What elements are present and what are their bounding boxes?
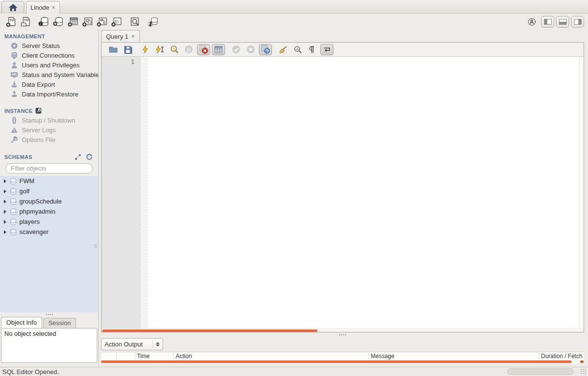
commit-button[interactable] [229, 44, 243, 55]
home-tab[interactable] [1, 1, 24, 14]
execute-all-button[interactable] [138, 44, 152, 55]
expander-icon[interactable] [2, 199, 7, 204]
schema-row-phpmyadmin[interactable]: phpmyadmin [0, 206, 98, 217]
save-script-icon [124, 46, 132, 54]
line-number-gutter: 1 [102, 57, 141, 329]
commit-icon [232, 45, 241, 54]
info-panel-tabs: Object Info Session [0, 316, 98, 328]
sql-text-area[interactable] [148, 57, 579, 329]
reconnect-dbms-button[interactable] [146, 16, 161, 28]
create-procedure-button[interactable] [95, 16, 109, 28]
mysql-workbench-window: Linode × SQL SQL i [0, 0, 588, 376]
sidebar-item-client-connections[interactable]: Client Connections [0, 50, 98, 60]
resize-grip[interactable] [580, 369, 587, 375]
scrollbar-thumb[interactable] [102, 329, 317, 332]
scrollbar-thumb[interactable] [101, 360, 572, 363]
find-in-script-button[interactable]: A [290, 44, 305, 55]
new-query-tab-button[interactable]: SQL [4, 16, 18, 28]
right-panel-icon [574, 19, 582, 25]
toggle-word-wrap-button[interactable] [320, 44, 333, 55]
execute-current-button[interactable] [152, 44, 167, 55]
refresh-schemas-icon[interactable] [86, 154, 92, 160]
execute-current-icon [155, 45, 164, 54]
administration-button[interactable] [525, 16, 539, 28]
close-icon[interactable]: × [131, 33, 135, 39]
schema-list[interactable]: FWM golf [0, 176, 98, 313]
create-table-button[interactable] [66, 16, 80, 28]
save-script-button[interactable] [121, 44, 135, 55]
explain-plan-button[interactable] [167, 44, 181, 55]
toggle-left-panel-button[interactable] [541, 16, 554, 28]
schema-inspector-button[interactable]: i [37, 16, 51, 28]
connection-tab-linode[interactable]: Linode × [26, 1, 60, 14]
schema-row-scavenger[interactable]: scavenger [0, 227, 98, 237]
management-section-title: MANAGEMENT [0, 31, 98, 41]
sidebar-item-users-privileges[interactable]: Users and Privileges [0, 60, 98, 70]
sidebar-item-data-import[interactable]: Data Import/Restore [0, 89, 98, 99]
bottom-panel-icon [559, 19, 567, 25]
search-table-data-icon [130, 16, 141, 27]
schema-icon [10, 229, 17, 235]
tab-session[interactable]: Session [43, 318, 76, 328]
open-file-icon [109, 46, 118, 53]
query-tab-1[interactable]: Query 1 × [101, 30, 140, 42]
sidebar-splitter[interactable] [0, 313, 98, 316]
expander-icon[interactable] [2, 209, 7, 214]
schema-row-groupschedule[interactable]: groupSchedule [0, 196, 98, 206]
expander-icon[interactable] [2, 189, 7, 194]
search-table-data-button[interactable] [128, 16, 142, 28]
output-horizontal-scrollbar[interactable] [101, 360, 584, 363]
schema-row-golf[interactable]: golf [0, 186, 98, 196]
limit-rows-button[interactable] [212, 44, 225, 55]
expander-icon[interactable] [2, 219, 7, 224]
create-function-button[interactable]: f() [109, 16, 124, 28]
sidebar-item-data-export[interactable]: Data Export [0, 79, 98, 89]
stop-query-button[interactable] [181, 44, 196, 55]
expander-icon[interactable] [2, 179, 7, 184]
expand-schemas-icon[interactable] [75, 154, 81, 160]
schema-filter-input[interactable] [11, 165, 96, 172]
item-label: Data Export [22, 81, 55, 88]
expander-icon[interactable] [2, 230, 7, 235]
management-title-text: MANAGEMENT [4, 33, 45, 39]
output-splitter[interactable] [101, 332, 584, 337]
editor-horizontal-scrollbar[interactable] [102, 329, 584, 332]
output-type-value: Action Output [105, 341, 152, 348]
tab-object-info[interactable]: Object Info [1, 317, 42, 328]
show-invisibles-button[interactable] [305, 44, 319, 55]
sidebar-item-options-file[interactable]: Options File [0, 135, 98, 144]
startup-shutdown-icon [11, 117, 18, 124]
column-time[interactable]: Time [135, 352, 174, 360]
beautify-sql-button[interactable] [276, 44, 290, 55]
toggle-stop-on-error-button[interactable] [197, 44, 210, 55]
create-view-button[interactable] [80, 16, 95, 28]
schema-label: players [19, 218, 40, 225]
create-view-icon [82, 16, 93, 27]
toggle-right-panel-button[interactable] [571, 16, 584, 28]
close-icon[interactable]: × [51, 5, 56, 11]
sidebar-item-server-status[interactable]: Server Status [0, 41, 98, 50]
sidebar-item-server-logs[interactable]: Server Logs [0, 125, 98, 135]
instance-title-text: INSTANCE [4, 108, 33, 114]
sql-editor[interactable]: 1 [102, 57, 584, 329]
column-duration[interactable]: Duration / Fetch [539, 352, 584, 360]
column-status[interactable] [101, 352, 117, 360]
toggle-bottom-panel-button[interactable] [556, 16, 569, 28]
rollback-button[interactable] [243, 44, 258, 55]
open-sql-script-button[interactable]: SQL [18, 16, 33, 28]
column-message[interactable]: Message [369, 352, 539, 360]
sidebar-item-system-variables[interactable]: Status and System Variables [0, 70, 98, 79]
output-type-select[interactable]: Action Output [101, 338, 163, 350]
stop-query-icon [184, 45, 193, 54]
open-file-button[interactable] [106, 44, 121, 55]
editor-vertical-scrollbar[interactable] [579, 57, 584, 329]
toggle-autocommit-button[interactable] [259, 44, 272, 55]
column-action[interactable]: Action [174, 352, 369, 360]
create-schema-button[interactable] [51, 16, 66, 28]
item-label: Server Status [22, 42, 60, 49]
schema-list-resize-handle[interactable] [94, 244, 97, 249]
sidebar-item-startup-shutdown[interactable]: Startup / Shutdown [0, 115, 98, 125]
schema-row-players[interactable]: players [0, 217, 98, 227]
column-index[interactable] [117, 352, 135, 360]
schema-row-fwm[interactable]: FWM [0, 176, 98, 186]
